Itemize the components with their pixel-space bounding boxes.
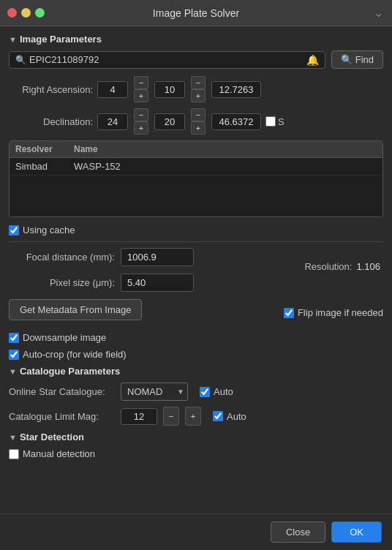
dec-minus-1[interactable]: − <box>134 108 148 121</box>
ra-minus-1[interactable]: − <box>134 76 148 89</box>
ra-input-1[interactable] <box>97 81 128 98</box>
search-input-wrap[interactable]: 🔍 🔔 <box>9 51 325 69</box>
title-bar: Image Plate Solver ⌄ <box>0 0 392 26</box>
catalogue-select[interactable]: NOMAD UCAC4 TYCHO2 USNO-B1 <box>121 383 188 401</box>
image-parameters-header: ▼ Image Parameters <box>9 34 383 45</box>
auto-text-1: Auto <box>214 386 233 397</box>
maximize-window-btn[interactable] <box>35 8 45 18</box>
bell-icon[interactable]: 🔔 <box>306 54 319 66</box>
downsample-text: Downsample image <box>23 332 106 343</box>
ra-input-2[interactable] <box>154 81 185 98</box>
using-cache-checkbox[interactable] <box>9 225 19 236</box>
resolution-label: Resolution: <box>304 261 352 272</box>
footer: Close OK <box>0 513 392 550</box>
table-row[interactable]: Simbad WASP-152 <box>10 158 382 176</box>
catalogue-limit-row: Catalogue Limit Mag: − + Auto <box>9 407 383 426</box>
name-cell: WASP-152 <box>74 161 377 172</box>
limit-minus-btn[interactable]: − <box>163 407 179 426</box>
autocrop-label[interactable]: Auto-crop (for wide field) <box>9 349 127 360</box>
downsample-checkbox[interactable] <box>9 333 19 343</box>
resolution-value: 1.106 <box>356 261 380 272</box>
find-button[interactable]: 🔍 Find <box>331 50 383 69</box>
flip-image-label[interactable]: Flip image if needed <box>284 307 383 318</box>
window-controls[interactable] <box>7 8 45 18</box>
catalogue-select-wrap[interactable]: NOMAD UCAC4 TYCHO2 USNO-B1 ▼ <box>121 383 188 401</box>
search-icon: 🔍 <box>15 55 26 65</box>
metadata-button[interactable]: Get Metadata From Image <box>9 299 142 320</box>
close-window-btn[interactable] <box>7 8 17 18</box>
chevron-right-icon: ⌄ <box>374 6 383 20</box>
ra-stepper-1[interactable]: − + <box>134 76 148 102</box>
downsample-row: Downsample image <box>9 332 383 343</box>
dec-stepper-2[interactable]: − + <box>191 108 206 135</box>
limit-mag-input[interactable] <box>121 408 157 425</box>
find-icon: 🔍 <box>341 54 353 65</box>
focal-input[interactable] <box>121 248 194 266</box>
dec-minus-2[interactable]: − <box>191 108 206 121</box>
downsample-label[interactable]: Downsample image <box>9 332 106 343</box>
dec-plus-2[interactable]: + <box>191 121 206 135</box>
image-parameters-label: Image Parameters <box>20 34 102 45</box>
auto-label-1[interactable]: Auto <box>200 386 233 397</box>
focal-distance-row: Focal distance (mm): <box>9 248 194 266</box>
limit-plus-btn[interactable]: + <box>185 407 201 426</box>
dec-value: 46.6372 <box>211 113 261 130</box>
minimize-window-btn[interactable] <box>21 8 31 18</box>
resolver-table: Resolver Name Simbad WASP-152 <box>9 140 383 217</box>
flip-image-checkbox[interactable] <box>284 308 294 318</box>
autocrop-text: Auto-crop (for wide field) <box>23 349 127 360</box>
resolution-area: Resolution: 1.106 <box>304 261 383 272</box>
ra-minus-2[interactable]: − <box>191 76 206 89</box>
auto-text-2: Auto <box>227 411 246 422</box>
manual-detection-row: Manual detection <box>9 448 383 459</box>
using-cache-label[interactable]: Using cache <box>9 225 75 236</box>
col-name: Name <box>68 141 382 157</box>
dec-plus-1[interactable]: + <box>134 121 148 135</box>
col-resolver: Resolver <box>10 141 68 157</box>
manual-detection-checkbox[interactable] <box>9 449 19 459</box>
auto-label-2[interactable]: Auto <box>213 411 246 422</box>
table-body: Simbad WASP-152 <box>10 158 382 216</box>
ra-plus-2[interactable]: + <box>191 89 206 102</box>
right-ascension-row: Right Ascension: − + − + 12.7263 <box>9 76 383 102</box>
chevron-down-icon-2: ▼ <box>9 367 17 376</box>
ra-label: Right Ascension: <box>9 84 93 95</box>
star-detection-label: Star Detection <box>20 432 84 442</box>
cat-limit-label: Catalogue Limit Mag: <box>9 411 115 422</box>
left-fields: Focal distance (mm): Pixel size (μm): <box>9 248 194 299</box>
using-cache-text: Using cache <box>23 225 75 236</box>
search-input[interactable] <box>29 54 306 65</box>
ra-value: 12.7263 <box>211 81 261 98</box>
ra-plus-1[interactable]: + <box>134 89 148 102</box>
catalogue-header: ▼ Catalogue Parameters <box>9 366 383 377</box>
ok-button[interactable]: OK <box>331 521 382 543</box>
s-label: S <box>278 116 284 127</box>
find-label: Find <box>355 54 374 65</box>
table-header: Resolver Name <box>10 141 382 158</box>
dec-input-2[interactable] <box>154 113 185 130</box>
ra-stepper-2[interactable]: − + <box>191 76 206 102</box>
pixel-size-row: Pixel size (μm): <box>9 274 194 292</box>
dec-input-1[interactable] <box>97 113 128 130</box>
manual-detection-label[interactable]: Manual detection <box>9 448 95 459</box>
dec-stepper-1[interactable]: − + <box>134 108 148 135</box>
focal-label: Focal distance (mm): <box>9 252 115 263</box>
auto-checkbox-2[interactable] <box>213 411 223 421</box>
manual-detection-text: Manual detection <box>23 448 95 459</box>
autocrop-checkbox[interactable] <box>9 350 19 360</box>
search-row: 🔍 🔔 🔍 Find <box>9 50 383 69</box>
s-checkbox[interactable] <box>265 116 276 127</box>
close-button[interactable]: Close <box>271 521 325 543</box>
divider-1 <box>9 241 383 242</box>
main-content: ▼ Image Parameters 🔍 🔔 🔍 Find Right Asce… <box>0 26 392 513</box>
online-star-row: Online Star Catalogue: NOMAD UCAC4 TYCHO… <box>9 383 383 401</box>
flip-image-text: Flip image if needed <box>298 307 383 318</box>
pixel-input[interactable] <box>121 274 194 292</box>
star-detection-header: ▼ Star Detection <box>9 432 383 442</box>
auto-checkbox-1[interactable] <box>200 387 210 397</box>
s-checkbox-label[interactable]: S <box>265 116 284 127</box>
chevron-down-icon: ▼ <box>9 35 17 44</box>
autocrop-row: Auto-crop (for wide field) <box>9 349 383 360</box>
online-star-label: Online Star Catalogue: <box>9 386 115 397</box>
declination-row: Declination: − + − + 46.6372 S <box>9 108 383 135</box>
